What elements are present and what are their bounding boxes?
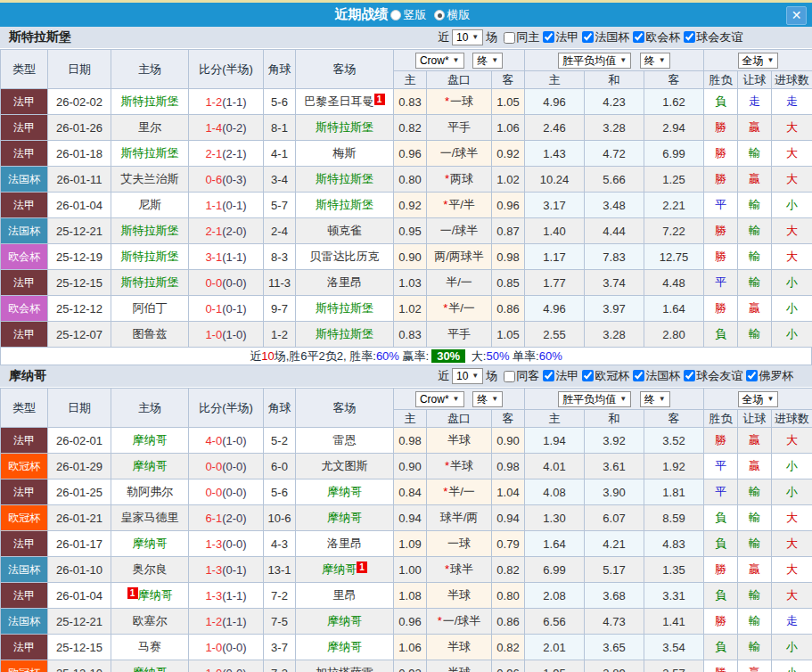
mean-time-select[interactable]: 终 ▼ (640, 391, 670, 407)
team-label: 巴黎圣日耳曼 (305, 94, 374, 108)
result-word: 勝 (715, 146, 726, 160)
result-cell: 勝 (704, 244, 738, 270)
fulltime-score: 1-4 (205, 121, 222, 135)
handicap-label: 半球 (447, 433, 471, 447)
home-team-cell: 斯特拉斯堡 (111, 141, 189, 167)
team-section: 斯特拉斯堡 近 10 ▼ 场 同主 法甲法国杯欧会杯球会友谊 (0, 27, 812, 365)
mean-draw-cell: 4.72 (585, 141, 644, 167)
away-team-cell: 斯特拉斯堡 (296, 115, 394, 141)
handicap-result-cell: 輸 (738, 193, 772, 218)
layout-radio-0[interactable]: 竖版 (390, 7, 427, 23)
handicap-cell: 半球 (427, 660, 492, 672)
home-team-cell: 勒阿弗尔 (111, 479, 189, 505)
close-button[interactable]: ✕ (786, 6, 807, 25)
mean-time-select[interactable]: 终 ▼ (640, 53, 670, 69)
sub-home-odds: 主 (394, 71, 427, 89)
halftime-score: (0-1) (222, 563, 246, 577)
result-cell: 勝 (704, 557, 738, 583)
goals-result-cell: 大 (772, 141, 812, 167)
away-odds-cell: 0.98 (492, 454, 525, 479)
bookmaker-select[interactable]: Crow* ▼ (415, 391, 464, 407)
away-odds-cell: 0.87 (492, 218, 525, 244)
mean-draw-cell: 3.48 (585, 193, 644, 218)
red-card-badge: 1 (357, 561, 367, 573)
sub-handicap-result: 让球 (738, 410, 772, 428)
fulltime-score: 1-0 (205, 667, 222, 672)
away-odds-cell: 0.86 (492, 609, 525, 635)
recent-count-select[interactable]: 10 ▼ (452, 368, 483, 384)
team-section: 摩纳哥 近 10 ▼ 场 同客 法甲欧冠杯法国杯球会友谊佛罗杯 (0, 365, 812, 672)
team-label: 奥尔良 (133, 562, 168, 576)
league-checkbox[interactable] (543, 31, 554, 43)
handicap-result-cell: 贏 (738, 296, 772, 322)
mean-type-select[interactable]: 胜平负均值 ▼ (558, 53, 631, 69)
home-odds-cell: 0.83 (394, 322, 427, 348)
scope-select[interactable]: 全场 ▼ (738, 391, 779, 407)
recent-count-value: 10 (456, 370, 468, 382)
match-row: 法甲26-01-17摩纳哥1-3(0-0)4-3洛里昂1.09一球0.791.6… (1, 531, 812, 557)
sub-mean-away: 客 (644, 410, 704, 428)
home-odds-cell: 1.06 (394, 635, 427, 660)
result-word: 勝 (715, 224, 726, 237)
same-venue-checkbox[interactable] (504, 32, 515, 44)
league-checkbox[interactable] (746, 370, 758, 381)
league-checkbox[interactable] (582, 370, 594, 381)
result-word: 輸 (749, 511, 760, 524)
result-word: 勝 (715, 120, 726, 134)
team-label: 斯特拉斯堡 (121, 250, 179, 263)
mean-type-select[interactable]: 胜平负均值 ▼ (558, 391, 631, 407)
handicap-result-cell: 輸 (738, 270, 772, 296)
league-checkbox[interactable] (684, 31, 695, 43)
mean-draw-cell: 3.89 (585, 660, 644, 672)
home-odds-cell: 0.84 (394, 479, 427, 505)
league-checkbox[interactable] (633, 31, 644, 43)
mean-home-cell: 6.56 (525, 609, 585, 635)
league-checkbox[interactable] (633, 370, 644, 381)
fulltime-score: 1-2 (205, 95, 222, 109)
same-venue-checkbox[interactable] (504, 371, 515, 382)
match-row: 法国杯26-01-10奥尔良1-3(0-1)13-1摩纳哥11.00*球半0.8… (1, 557, 812, 583)
away-team-cell: 摩纳哥 (296, 479, 394, 505)
section-header: 斯特拉斯堡 近 10 ▼ 场 同主 法甲法国杯欧会杯球会友谊 (0, 27, 812, 49)
result-word: 負 (715, 537, 726, 550)
mean-draw-cell: 5.66 (585, 167, 644, 193)
away-odds-cell: 0.86 (492, 296, 525, 322)
league-filter-4: 佛罗杯 (746, 368, 793, 384)
date-cell: 26-02-01 (48, 428, 111, 454)
result-word: 走 (749, 94, 760, 108)
league-type-cell: 欧冠杯 (1, 660, 48, 672)
layout-radio-1[interactable]: 横版 (434, 7, 471, 23)
match-row: 欧会杯25-12-12阿伯丁0-1(0-1)9-7斯特拉斯堡1.02*半/一0.… (1, 296, 812, 322)
handicap-cell: 一/球半 (427, 218, 492, 244)
away-odds-cell: 1.05 (492, 322, 525, 348)
league-filter-1: 法国杯 (582, 29, 629, 45)
scope-select[interactable]: 全场 ▼ (738, 53, 779, 69)
goals-result-cell: 小 (772, 635, 812, 660)
home-team-cell: 斯特拉斯堡 (111, 270, 189, 296)
odds-time-select[interactable]: 终 ▼ (472, 391, 503, 407)
team-label: 摩纳哥 (133, 459, 168, 472)
league-checkbox[interactable] (543, 370, 554, 381)
match-row: 法甲26-01-04尼斯1-1(0-1)5-7斯特拉斯堡0.92*平/半0.96… (1, 193, 812, 218)
mean-away-cell: 2.94 (644, 115, 704, 141)
league-checkbox[interactable] (582, 31, 594, 43)
bookmaker-select[interactable]: Crow* ▼ (415, 53, 464, 69)
recent-count-select[interactable]: 10 ▼ (452, 29, 483, 45)
result-word: 平 (715, 275, 726, 289)
league-type-cell: 法甲 (1, 479, 48, 505)
mean-draw-cell: 3.28 (585, 322, 644, 348)
mean-home-cell: 4.96 (525, 89, 585, 115)
result-word: 輸 (749, 275, 760, 289)
league-checkbox[interactable] (684, 370, 695, 381)
team-label: 摩纳哥 (322, 562, 357, 576)
match-row: 法甲26-01-25勒阿弗尔0-0(0-0)5-6摩纳哥0.84*半/一1.04… (1, 479, 812, 505)
same-venue-label: 同客 (516, 368, 539, 384)
league-type-cell: 法国杯 (1, 557, 48, 583)
handicap-cell: *半/一 (427, 296, 492, 322)
match-row: 法甲25-12-15斯特拉斯堡0-0(0-0)11-3洛里昂1.03半/一0.8… (1, 270, 812, 296)
odds-time-select[interactable]: 终 ▼ (472, 53, 503, 69)
mean-time-value: 终 (644, 54, 655, 67)
handicap-cell: *一球 (427, 89, 492, 115)
handicap-label: 平/半 (448, 198, 475, 211)
home-odds-cell: 0.95 (394, 218, 427, 244)
